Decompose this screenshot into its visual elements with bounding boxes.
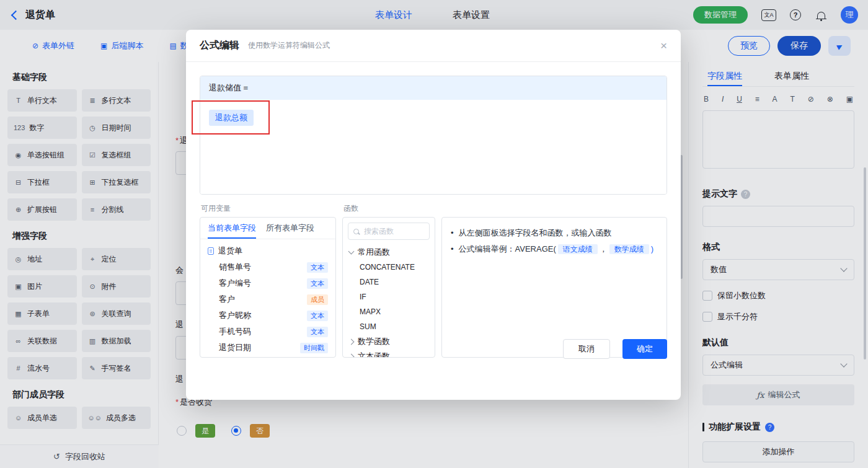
variable-type-tag: 文本 [307,262,328,273]
bullet: • [451,225,454,241]
modal-header: 公式编辑 使用数学运算符编辑公式 × [186,30,681,62]
variable-type-tag: 文本 [307,311,328,321]
modal-title: 公式编辑 [200,39,239,52]
function-item[interactable]: CONCATENATE [343,260,435,275]
tip-text: 从左侧面板选择字段名和函数，或输入函数 [459,225,612,241]
example-field-chip: 数学成绩 [609,244,649,254]
variable-row[interactable]: 客户 成员 [200,291,335,307]
variable-name: 客户 [219,294,235,305]
variable-row[interactable]: 客户昵称 文本 [200,307,335,324]
variables-panel: 当前表单字段 所有表单字段 退货单 销售单号 [200,217,336,358]
variable-row[interactable]: 手机号码 文本 [200,324,335,340]
search-icon [353,229,359,234]
chevron-right-icon [348,338,355,345]
modal-subtitle: 使用数学运算符编辑公式 [248,40,330,51]
variable-type-tag: 成员 [307,294,328,305]
variable-rows: 销售单号 文本 客户编号 文本 客户 [200,259,335,356]
form-doc-icon [208,247,214,255]
tips-panel: • 从左侧面板选择字段名和函数，或输入函数 • 公式编辑举例：AVERAGE(语… [441,217,667,358]
func-group-label: 数学函数 [358,336,390,347]
variables-label: 可用变量 [201,203,231,214]
func-group-common[interactable]: 常用函数 [343,245,435,260]
function-items: CONCATENATEDATEIFMAPXSUM [343,260,435,334]
function-search[interactable] [348,223,430,240]
chevron-right-icon [348,353,355,358]
variable-name: 客户昵称 [219,310,251,321]
variable-name: 销售单号 [219,262,251,273]
variables-tabs: 当前表单字段 所有表单字段 [200,218,335,239]
variable-name: 客户编号 [219,278,251,289]
selector-panels: 当前表单字段 所有表单字段 退货单 销售单号 [200,217,667,358]
example-field-chip: 语文成绩 [558,244,598,254]
chevron-down-icon [348,249,355,255]
functions-panel: 常用函数 CONCATENATEDATEIFMAPXSUM 数学函数 文本函数 [342,217,435,358]
func-group-math[interactable]: 数学函数 [343,334,435,349]
modal-footer: 取消 确定 [563,339,667,359]
function-item[interactable]: IF [343,289,435,304]
formula-input-area[interactable]: 退款总额 [200,100,666,194]
formula-field-chip[interactable]: 退款总额 [209,110,254,126]
variable-name: 手机号码 [219,326,251,337]
tree-root-label: 退货单 [218,245,242,257]
func-group-label: 常用函数 [358,247,390,258]
func-group-text[interactable]: 文本函数 [343,349,435,358]
tree-root-form[interactable]: 退货单 [200,243,335,259]
variable-name: 退货日期 [219,342,251,353]
bullet: • [451,241,454,257]
functions-label: 函数 [343,203,358,214]
variable-type-tag: 文本 [307,278,328,289]
variable-row[interactable]: 销售单号 文本 [200,259,335,275]
modal-body: 退款储值 = 退款总额 可用变量 函数 当前表单字段 所有表单字段 [186,62,681,371]
confirm-button[interactable]: 确定 [622,339,667,359]
variable-row[interactable]: 退货日期 时间戳 [200,340,335,356]
func-group-label: 文本函数 [358,351,390,358]
variable-row[interactable]: 客户编号 文本 [200,275,335,291]
close-icon[interactable]: × [660,40,667,51]
formula-lhs: 退款储值 = [209,82,248,94]
formula-edit-modal: 公式编辑 使用数学运算符编辑公式 × 退款储值 = 退款总额 可用变量 函数 [186,30,681,400]
variables-tree: 退货单 销售单号 文本 客户编号 [200,239,335,358]
app-page: 退货单 表单设计 表单设置 数据管理 文A ? 理 ⊘ 表单外链 ▣ [0,0,868,468]
function-item[interactable]: SUM [343,319,435,334]
panel-labels: 可用变量 函数 [200,203,667,214]
formula-editor[interactable]: 退款储值 = 退款总额 [200,76,667,195]
formula-lhs-strip: 退款储值 = [200,76,666,100]
function-item[interactable]: DATE [343,275,435,289]
tip-example: 公式编辑举例：AVERAGE(语文成绩，数学成绩) [459,241,654,257]
functions-tree: 常用函数 CONCATENATEDATEIFMAPXSUM 数学函数 文本函数 [343,245,435,358]
tab-current-form-fields[interactable]: 当前表单字段 [208,218,256,239]
tip-line-1: • 从左侧面板选择字段名和函数，或输入函数 [451,225,658,241]
variable-type-tag: 文本 [307,327,328,337]
variable-type-tag: 时间戳 [300,343,328,353]
cancel-button[interactable]: 取消 [563,339,610,359]
function-item[interactable]: MAPX [343,304,435,319]
search-input[interactable] [363,226,424,236]
tab-all-form-fields[interactable]: 所有表单字段 [266,218,314,239]
tip-line-2: • 公式编辑举例：AVERAGE(语文成绩，数学成绩) [451,241,658,257]
